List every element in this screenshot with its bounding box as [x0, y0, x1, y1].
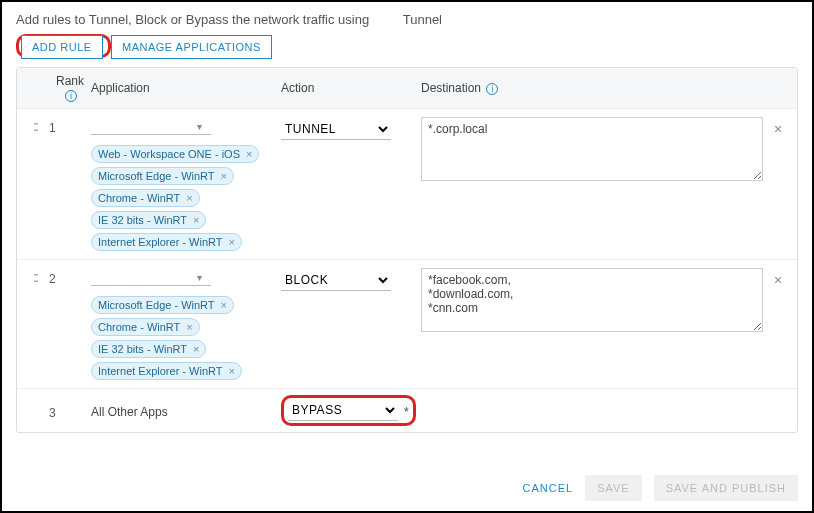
action-select[interactable]: TUNNEL [281, 119, 391, 140]
save-publish-button[interactable]: SAVE AND PUBLISH [654, 475, 798, 501]
chip-label: Web - Workspace ONE - iOS [98, 148, 240, 160]
app-chip: Microsoft Edge - WinRT× [91, 167, 234, 185]
chip-remove-icon[interactable]: × [186, 192, 192, 204]
add-rule-button[interactable]: ADD RULE [21, 35, 103, 59]
chip-remove-icon[interactable]: × [193, 214, 199, 226]
all-other-apps-label: All Other Apps [91, 403, 281, 419]
chip-label: Microsoft Edge - WinRT [98, 170, 215, 182]
chip-remove-icon[interactable]: × [229, 236, 235, 248]
remove-rule-icon[interactable]: × [763, 117, 793, 137]
application-select[interactable] [91, 117, 211, 135]
app-chip: Internet Explorer - WinRT× [91, 362, 242, 380]
col-application: Application [91, 81, 281, 95]
chip-label: Internet Explorer - WinRT [98, 236, 223, 248]
chip-remove-icon[interactable]: × [186, 321, 192, 333]
manage-applications-button[interactable]: MANAGE APPLICATIONS [111, 35, 272, 59]
cancel-button[interactable]: CANCEL [523, 482, 574, 494]
destination-textarea[interactable] [421, 117, 763, 181]
intro-text: Add rules to Tunnel, Block or Bypass the… [16, 12, 798, 27]
col-action: Action [281, 81, 421, 95]
rank-number: 2 [49, 268, 91, 286]
add-rule-callout: ADD RULE [16, 34, 111, 58]
bypass-callout: BYPASS * [281, 395, 416, 426]
chip-label: Microsoft Edge - WinRT [98, 299, 215, 311]
chip-remove-icon[interactable]: × [246, 148, 252, 160]
app-chip: Web - Workspace ONE - iOS× [91, 145, 259, 163]
app-chip: IE 32 bits - WinRT× [91, 340, 206, 358]
chip-label: Chrome - WinRT [98, 192, 180, 204]
app-chip: Chrome - WinRT× [91, 189, 200, 207]
intro-mode: Tunnel [403, 12, 442, 27]
rules-table: Rank i Application Action Destination i … [16, 67, 798, 433]
chip-remove-icon[interactable]: × [221, 299, 227, 311]
default-rank: 3 [49, 402, 91, 420]
action-select[interactable]: BLOCK [281, 270, 391, 291]
app-chip: Internet Explorer - WinRT× [91, 233, 242, 251]
chip-remove-icon[interactable]: × [229, 365, 235, 377]
rule-row: 2▾Microsoft Edge - WinRT×Chrome - WinRT×… [17, 259, 797, 388]
col-rank: Rank i [49, 74, 91, 102]
app-chip: IE 32 bits - WinRT× [91, 211, 206, 229]
destination-textarea[interactable] [421, 268, 763, 332]
chip-label: Chrome - WinRT [98, 321, 180, 333]
drag-handle-icon[interactable] [21, 117, 49, 131]
application-select[interactable] [91, 268, 211, 286]
chip-remove-icon[interactable]: × [221, 170, 227, 182]
chip-label: Internet Explorer - WinRT [98, 365, 223, 377]
app-chip: Microsoft Edge - WinRT× [91, 296, 234, 314]
info-icon[interactable]: i [65, 90, 77, 102]
app-chip: Chrome - WinRT× [91, 318, 200, 336]
rank-number: 1 [49, 117, 91, 135]
default-destination: * [404, 403, 409, 419]
remove-rule-icon[interactable]: × [763, 268, 793, 288]
col-destination: Destination i [421, 81, 763, 95]
chip-remove-icon[interactable]: × [193, 343, 199, 355]
chip-label: IE 32 bits - WinRT [98, 214, 187, 226]
chip-label: IE 32 bits - WinRT [98, 343, 187, 355]
default-action-select[interactable]: BYPASS [288, 400, 398, 421]
save-button[interactable]: SAVE [585, 475, 642, 501]
drag-handle-icon[interactable] [21, 268, 49, 282]
rule-row: 1▾Web - Workspace ONE - iOS×Microsoft Ed… [17, 109, 797, 259]
info-icon[interactable]: i [486, 83, 498, 95]
